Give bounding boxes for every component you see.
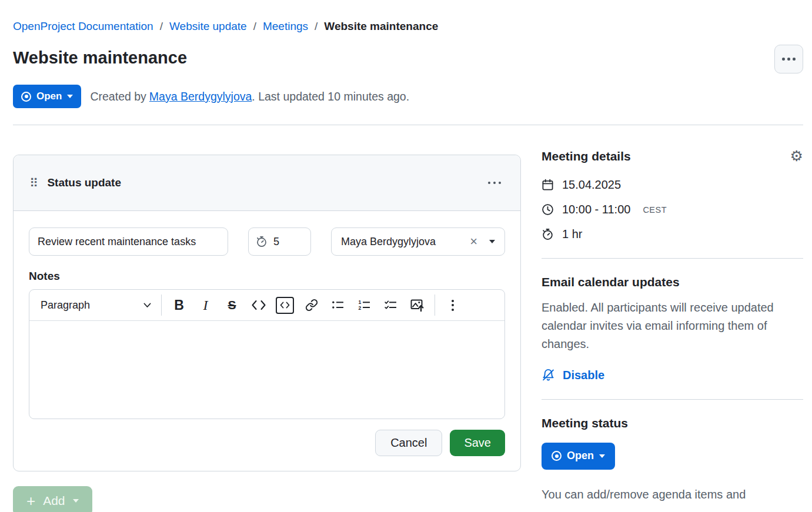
last-updated-text: . Last updated 10 minutes ago. (252, 90, 409, 103)
code-block-button[interactable] (272, 292, 298, 318)
notes-label: Notes (29, 270, 505, 283)
disable-label: Disable (563, 369, 604, 382)
meeting-date: 15.04.2025 (562, 178, 621, 192)
sidebar-divider (542, 399, 803, 400)
todo-list-icon (385, 299, 397, 311)
meeting-page: OpenProject Documentation / Website upda… (0, 0, 812, 512)
bulleted-list-icon (332, 299, 344, 311)
editor-toolbar: Paragraph B I S (29, 290, 504, 321)
kebab-vertical-icon (452, 300, 454, 311)
sidebar-divider (542, 258, 803, 259)
inline-code-button[interactable] (245, 292, 272, 318)
breadcrumb: OpenProject Documentation / Website upda… (13, 20, 803, 33)
form-actions: Cancel Save (29, 430, 505, 456)
meeting-status-title: Meeting status (542, 416, 803, 430)
chevron-down-icon (143, 303, 151, 308)
kebab-horizontal-icon (782, 58, 796, 61)
meeting-time-row: 10:00 - 11:00 CEST (542, 203, 803, 216)
sidebar-status-dropdown-button[interactable]: Open (542, 443, 615, 470)
agenda-item-card: ⠿ Status update (13, 155, 521, 471)
breadcrumb-current: Website maintenance (324, 20, 438, 33)
status-row: Open Created byMaya Berdygylyjova. Last … (13, 85, 803, 108)
italic-button[interactable]: I (192, 292, 219, 318)
disable-email-updates-link[interactable]: Disable (542, 369, 803, 382)
image-upload-icon (410, 298, 425, 312)
code-icon (251, 300, 266, 310)
drag-handle-icon[interactable]: ⠿ (29, 177, 38, 189)
email-updates-title: Email calendar updates (542, 275, 803, 289)
meeting-date-row: 15.04.2025 (542, 178, 803, 192)
caret-down-icon (489, 240, 495, 243)
toolbar-more-button[interactable] (439, 292, 466, 318)
bold-button[interactable]: B (166, 292, 192, 318)
bulleted-list-button[interactable] (325, 292, 351, 318)
meeting-meta: Created byMaya Berdygylyjova. Last updat… (90, 90, 409, 103)
cancel-button[interactable]: Cancel (375, 430, 442, 456)
agenda-card-header: ⠿ Status update (14, 155, 520, 211)
paragraph-style-label: Paragraph (41, 299, 90, 312)
page-title: Website maintenance (13, 48, 187, 68)
breadcrumb-separator: / (315, 20, 318, 33)
author-link[interactable]: Maya Berdygylyjova (149, 90, 252, 103)
meeting-time: 10:00 - 11:00 (562, 203, 630, 216)
meeting-status-hint: You can add/remove agenda items and (542, 486, 803, 504)
toolbar-divider (161, 295, 162, 316)
sidebar-status-label: Open (567, 450, 594, 462)
main-column: ⠿ Status update (13, 125, 521, 512)
created-by-text: Created by (90, 90, 146, 103)
breadcrumb-subproject-link[interactable]: Website update (169, 20, 247, 33)
breadcrumb-meetings-link[interactable]: Meetings (263, 20, 308, 33)
svg-text:1: 1 (359, 299, 362, 305)
insert-image-button[interactable] (404, 292, 430, 318)
meeting-timezone: CEST (643, 205, 667, 215)
caret-down-icon (67, 95, 73, 98)
add-agenda-item-button[interactable]: + Add (13, 486, 92, 512)
breadcrumb-separator: / (253, 20, 256, 33)
meeting-duration-row: 1 hr (542, 227, 803, 241)
numbered-list-icon: 1 2 (358, 299, 370, 311)
sidebar: Meeting details ⚙ 15.04.2025 (542, 125, 803, 512)
stopwatch-icon (256, 236, 268, 247)
caret-down-icon (599, 454, 605, 458)
caret-down-icon (73, 499, 79, 503)
meeting-status-dropdown-button[interactable]: Open (13, 85, 81, 108)
title-row: Website maintenance (13, 48, 803, 73)
meeting-status-section: Meeting status Open You can add/remove a… (542, 416, 803, 504)
link-button[interactable] (298, 292, 325, 318)
breadcrumb-separator: / (160, 20, 163, 33)
circle-dot-icon (21, 92, 31, 102)
meeting-details-title: Meeting details (542, 149, 631, 163)
breadcrumb-project-link[interactable]: OpenProject Documentation (13, 20, 153, 33)
bell-slash-icon (542, 369, 555, 382)
email-updates-description: Enabled. All participants will receive u… (542, 299, 803, 354)
duration-field[interactable] (248, 227, 311, 256)
circle-dot-icon (552, 451, 562, 461)
save-button[interactable]: Save (450, 430, 505, 456)
add-button-label: Add (43, 494, 65, 508)
toolbar-divider (435, 295, 435, 316)
strikethrough-button[interactable]: S (219, 292, 245, 318)
numbered-list-button[interactable]: 1 2 (351, 292, 377, 318)
stopwatch-icon (542, 228, 554, 240)
agenda-title-input[interactable] (29, 227, 228, 256)
code-block-icon (276, 297, 294, 314)
status-label: Open (36, 91, 62, 102)
duration-input[interactable] (273, 236, 299, 248)
agenda-card-body: Maya Berdygylyjova × Notes Paragraph (14, 211, 520, 471)
agenda-card-menu-button[interactable] (484, 178, 505, 188)
gear-icon[interactable]: ⚙ (790, 149, 803, 163)
presenter-value: Maya Berdygylyjova (341, 236, 470, 248)
svg-text:2: 2 (359, 305, 362, 311)
paragraph-style-dropdown[interactable]: Paragraph (35, 292, 157, 318)
clock-icon (542, 203, 554, 216)
notes-rich-text-editor: Paragraph B I S (29, 289, 505, 419)
plus-icon: + (26, 493, 35, 508)
page-more-actions-button[interactable] (774, 45, 803, 73)
todo-list-button[interactable] (377, 292, 404, 318)
presenter-select[interactable]: Maya Berdygylyjova × (331, 227, 505, 256)
notes-editor-content[interactable] (29, 321, 504, 419)
content: ⠿ Status update (13, 125, 803, 512)
meeting-details-section: Meeting details ⚙ 15.04.2025 (542, 149, 803, 241)
clear-selection-icon[interactable]: × (470, 235, 477, 248)
agenda-field-row: Maya Berdygylyjova × (29, 227, 505, 256)
